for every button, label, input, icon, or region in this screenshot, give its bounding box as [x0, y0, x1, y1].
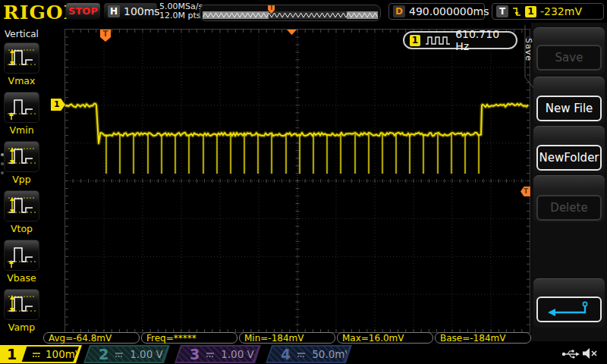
- save-button[interactable]: Save: [536, 45, 602, 71]
- menu-item-vmax[interactable]: Vmax: [0, 42, 43, 86]
- menu-tab-label: Save: [524, 38, 533, 61]
- channel-scale: 1.00 V: [221, 345, 254, 363]
- oscilloscope-screen: RIGOL STOP H 100ms 5.00MSa/s 12.0M pts T…: [0, 0, 607, 364]
- measurement-base: Base=-184mV: [435, 332, 531, 344]
- channel-scale: 100mV: [46, 345, 82, 363]
- menu-item-vpp[interactable]: Vpp: [0, 141, 43, 185]
- coupling-dc-icon: [32, 347, 41, 362]
- menu-item-label: Vtop: [0, 223, 43, 234]
- channel-scale: 1.00 V: [130, 345, 163, 363]
- menu-page-dot: [1, 162, 4, 165]
- freq-counter-value: 610.710 Hz: [455, 28, 511, 52]
- memory-strip: [203, 11, 378, 19]
- measurement-avg: Avg=-64.8mV: [43, 332, 140, 344]
- channel-number: 2: [85, 345, 109, 363]
- measurement-min: Min=-184mV: [239, 332, 335, 344]
- channel-number: 3: [176, 345, 200, 363]
- delay-label: D: [393, 5, 405, 17]
- ch1-ground-marker[interactable]: 1: [51, 99, 65, 111]
- horizontal-label: H: [108, 5, 120, 17]
- trigger-level-value: -232mV: [540, 5, 582, 17]
- channel-1-status[interactable]: 1 100mV: [0, 345, 82, 363]
- coupling-dc-icon: [115, 347, 124, 362]
- preview-zigzag: [203, 11, 378, 19]
- trigger-label: T: [496, 5, 508, 17]
- new-folder-button[interactable]: NewFolder: [536, 145, 602, 171]
- usb-icon: [561, 348, 580, 359]
- menu-item-label: Vmin: [0, 124, 43, 136]
- trigger-info-box: T 1 -232mV: [492, 3, 604, 20]
- menu-item-label: Vmax: [0, 75, 43, 86]
- menu-item-vamp[interactable]: Vamp: [0, 289, 43, 333]
- delete-button[interactable]: Delete: [536, 195, 602, 221]
- menu-item-vmin[interactable]: Vmin: [0, 92, 43, 136]
- menu-item-label: Vamp: [0, 322, 43, 333]
- measurement-freq: Freq=*****: [141, 332, 237, 344]
- memory-waveform-preview: T: [200, 5, 381, 21]
- channel-3-status[interactable]: 3 1.00 V: [175, 345, 261, 363]
- trigger-source-badge: 1: [525, 6, 536, 17]
- vbase-icon: [5, 240, 39, 270]
- channel-number: 4: [267, 345, 291, 363]
- menu-page-dot: [1, 153, 4, 156]
- menu-item-label: Vbase: [0, 272, 43, 284]
- horizontal-timebase-box: H 100ms: [104, 3, 157, 20]
- memory-depth: 12.0M pts: [159, 11, 203, 20]
- menu-page-dot: [1, 171, 4, 174]
- coupling-dc-icon: [297, 347, 306, 362]
- coupling-dc-icon: [206, 347, 215, 362]
- delay-value: 490.000000ms: [409, 5, 489, 17]
- menu-item-label: Vpp: [0, 174, 43, 185]
- vtop-icon: [5, 191, 39, 221]
- waveform-display: [64, 29, 530, 333]
- menu-item-vbase[interactable]: Vbase: [0, 240, 43, 284]
- channel-number: 1: [0, 346, 17, 362]
- return-arrow-icon: [543, 300, 596, 319]
- vertical-measure-menu: Vertical Vmax Vmin: [0, 23, 43, 341]
- frequency-counter: 1 610.710 Hz: [403, 31, 517, 49]
- menu-title: Vertical: [0, 29, 43, 39]
- falling-edge-icon: [512, 6, 521, 17]
- ch1-waveform-trace: [65, 30, 530, 332]
- vpp-icon: [5, 142, 39, 171]
- speaker-muted-icon: [582, 347, 599, 359]
- measurement-max: Max=16.0mV: [337, 332, 433, 344]
- run-state-indicator: STOP: [66, 3, 100, 20]
- channel-scale: 50.0mV: [312, 345, 351, 363]
- freq-counter-channel-badge: 1: [410, 35, 420, 46]
- vmin-icon: [5, 93, 39, 122]
- back-button[interactable]: [536, 297, 602, 322]
- square-wave-icon: [425, 36, 451, 46]
- delay-box: D 490.000000ms: [388, 3, 485, 20]
- channel-2-status[interactable]: 2 1.00 V: [83, 345, 170, 363]
- vamp-icon: [5, 290, 39, 319]
- channel-4-status[interactable]: 4 50.0mV: [266, 345, 352, 363]
- acquisition-info: 5.00MSa/s 12.0M pts: [159, 2, 203, 20]
- menu-item-vtop[interactable]: Vtop: [0, 190, 43, 234]
- timebase-value: 100ms: [124, 5, 160, 17]
- vmax-icon: [5, 43, 39, 73]
- new-file-button[interactable]: New File: [536, 96, 602, 121]
